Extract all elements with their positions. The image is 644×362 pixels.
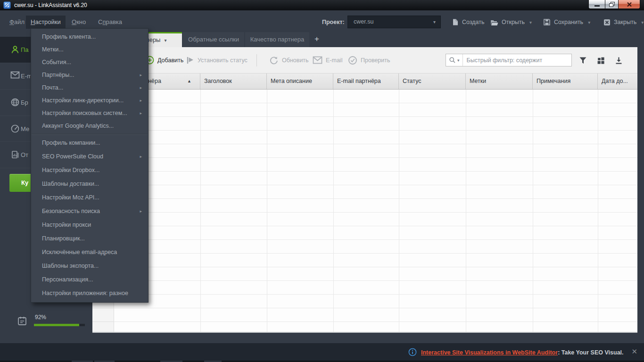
- menu-item-link-directory-settings[interactable]: Настройки линк-директории...▸: [31, 94, 148, 107]
- filter-funnel-button[interactable]: [577, 55, 588, 66]
- create-project-button[interactable]: Создать: [452, 16, 485, 29]
- menu-item-proxy-settings[interactable]: Настройки прокси: [31, 218, 148, 232]
- funnel-icon: [578, 56, 587, 65]
- column-header-status[interactable]: Статус: [399, 74, 466, 89]
- refresh-icon: [269, 56, 279, 65]
- menu-window[interactable]: Окно: [67, 16, 91, 29]
- add-tab-button[interactable]: +: [311, 32, 322, 47]
- workspace-layout-button[interactable]: [595, 55, 606, 66]
- submenu-arrow-icon: ▸: [140, 69, 142, 82]
- menu-settings[interactable]: Настройки: [26, 16, 66, 29]
- minimize-button[interactable]: [588, 0, 605, 9]
- chevron-down-icon: ▾: [588, 20, 590, 25]
- close-project-button[interactable]: Закрыть ▾: [603, 16, 644, 29]
- add-button[interactable]: Добавить: [145, 47, 183, 73]
- notification-bar: Interactive Site Visualizations in WebSi…: [0, 343, 644, 361]
- chevron-down-icon: ▾: [641, 20, 644, 25]
- settings-dropdown-menu: Профиль клиента... Метки... События... П…: [31, 28, 149, 303]
- verify-button[interactable]: Проверить: [348, 47, 390, 73]
- menu-item-google-analytics-account[interactable]: Аккаунт Google Analytics...: [31, 120, 148, 132]
- column-header-tags[interactable]: Метки: [466, 74, 533, 89]
- promo-link[interactable]: Interactive Site Visualizations in WebSi…: [421, 349, 558, 356]
- notification-close-icon[interactable]: ✕: [631, 343, 637, 361]
- email-envelope-icon: [10, 71, 20, 79]
- open-project-icon: [490, 19, 498, 26]
- table-body: [92, 90, 637, 332]
- menu-item-app-misc-settings[interactable]: Настройки приложения: разное: [31, 287, 148, 300]
- menu-item-moz-api-settings[interactable]: Настройки Moz API...: [31, 191, 148, 205]
- toolbar: Добавить Установить статус Обновить: [92, 47, 637, 74]
- app-icon: [3, 1, 11, 9]
- toolbar-separator: [256, 54, 257, 66]
- partners-person-icon: [10, 45, 20, 54]
- submenu-arrow-icon: ▸: [140, 205, 142, 218]
- project-label: Проект:: [322, 16, 345, 29]
- submenu-arrow-icon: ▸: [140, 107, 142, 120]
- status-flag-icon: [186, 56, 194, 65]
- progress-bar-fill: [34, 324, 79, 326]
- menu-item-excluded-emails[interactable]: Исключённые email-адреса: [31, 246, 148, 259]
- menu-item-export-templates[interactable]: Шаблоны экспорта...: [31, 259, 148, 273]
- submenu-arrow-icon: ▸: [140, 94, 142, 107]
- quick-filter-input[interactable]: [463, 54, 571, 66]
- menu-item-seo-powersuite-cloud[interactable]: SEO PowerSuite Cloud▸: [31, 150, 148, 164]
- save-project-button[interactable]: Сохранить ▾: [543, 16, 590, 29]
- grid-icon: [596, 56, 605, 65]
- search-mode-selector[interactable]: ▾: [446, 54, 463, 66]
- promo-text: : Take Your SEO Visual.: [558, 349, 623, 356]
- project-value: cwer.su: [354, 18, 373, 25]
- sort-ascending-icon: ▲: [187, 74, 191, 89]
- restore-button[interactable]: [605, 0, 619, 9]
- column-header-notes[interactable]: Примечания: [533, 74, 598, 89]
- menu-item-dropbox-settings[interactable]: Настройки Dropbox...: [31, 164, 148, 177]
- linkassistant-window: { "window": { "title": "cwer.su - LinkAs…: [0, 0, 644, 362]
- progress-bar: [34, 324, 85, 326]
- browser-globe-icon: [10, 98, 20, 107]
- menu-item-search-safety[interactable]: Безопасность поиска▸: [31, 205, 148, 218]
- metrics-gauge-icon: [10, 124, 20, 133]
- close-project-icon: [603, 19, 611, 26]
- restore-icon: [609, 2, 615, 7]
- menu-item-events[interactable]: События...: [31, 56, 148, 69]
- menu-item-tags[interactable]: Метки...: [31, 43, 148, 56]
- menu-item-partners[interactable]: Партнёры...▸: [31, 69, 148, 82]
- reports-icon: [10, 150, 20, 159]
- column-header-date[interactable]: Дата до...: [598, 74, 637, 89]
- scheduler-calendar-icon: [17, 316, 27, 326]
- email-button[interactable]: E-mail: [313, 47, 342, 73]
- email-icon: [313, 56, 322, 64]
- search-icon: [449, 57, 456, 64]
- tab-partner-quality[interactable]: Качество партнера: [245, 32, 309, 47]
- menu-item-personalization[interactable]: Персонализация...: [31, 273, 148, 287]
- main-content: Добавить Установить статус Обновить: [92, 47, 637, 333]
- column-header-title[interactable]: Заголовок: [200, 74, 267, 89]
- tab-backlinks[interactable]: Обратные ссылки: [183, 32, 244, 47]
- chevron-down-icon: ▾: [457, 58, 460, 63]
- set-status-button[interactable]: Установить статус: [186, 47, 248, 73]
- chevron-down-icon: ▾: [164, 38, 166, 43]
- menu-item-client-profile[interactable]: Профиль клиента...: [31, 31, 148, 43]
- menu-separator: [32, 134, 148, 135]
- menu-item-search-engine-settings[interactable]: Настройки поисковых систем...▸: [31, 107, 148, 120]
- quick-filter-box: ▾: [446, 54, 572, 66]
- title-bar: cwer.su - LinkAssistant v6.20: [0, 0, 644, 10]
- refresh-button[interactable]: Обновить: [269, 47, 309, 73]
- window-title: cwer.su - LinkAssistant v6.20: [14, 2, 87, 8]
- menu-item-company-profile[interactable]: Профиль компании...: [31, 136, 148, 150]
- close-button[interactable]: [619, 0, 640, 9]
- menu-help[interactable]: Справка: [93, 16, 127, 29]
- menu-item-mail[interactable]: Почта...▸: [31, 82, 148, 94]
- menu-item-delivery-templates[interactable]: Шаблоны доставки...: [31, 177, 148, 191]
- table-header-row: URL партнёра ▲ Заголовок Мета описание E…: [92, 74, 637, 90]
- close-icon: [627, 2, 632, 7]
- export-download-button[interactable]: [613, 55, 624, 66]
- chevron-down-icon: ▾: [433, 16, 436, 28]
- download-icon: [614, 56, 623, 65]
- menu-item-scheduler[interactable]: Планировщик...: [31, 232, 148, 246]
- column-header-meta-description[interactable]: Мета описание: [267, 74, 333, 89]
- project-dropdown[interactable]: cwer.su ▾: [347, 16, 441, 28]
- info-icon: [408, 348, 417, 356]
- column-header-partner-email[interactable]: E-mail партнёра: [333, 74, 399, 89]
- minimize-icon: [594, 5, 600, 7]
- open-project-button[interactable]: Открыть ▾: [490, 16, 532, 29]
